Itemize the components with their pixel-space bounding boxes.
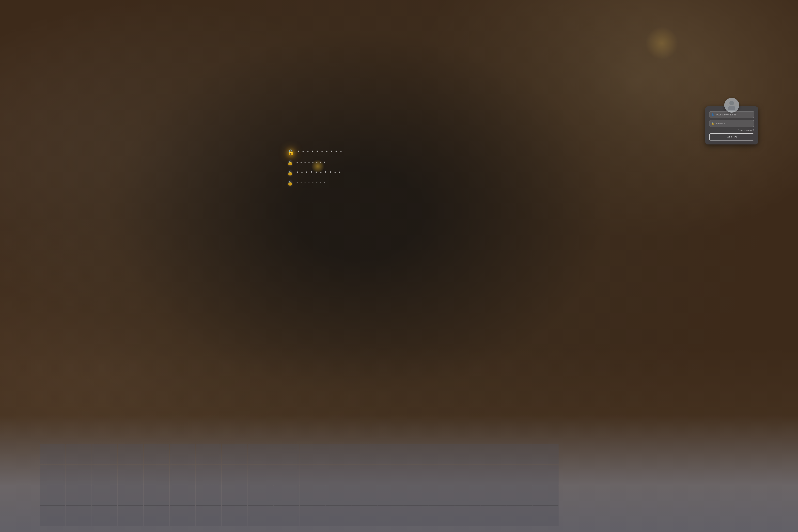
keyboard-key [170, 465, 195, 485]
keyboard-key [507, 465, 533, 485]
keyboard-key [222, 444, 247, 464]
keyboard-key [40, 485, 65, 506]
keyboard-key [455, 444, 481, 464]
keyboard-key [429, 506, 455, 526]
keyboard-key [351, 465, 377, 485]
keyboard-key [144, 444, 169, 464]
keyboard-key [507, 506, 533, 526]
keyboard-key [351, 485, 377, 506]
password-input-group: 🔒 [709, 120, 754, 127]
keyboard-key [533, 506, 558, 526]
keyboard-key [273, 444, 299, 464]
keyboard-key [533, 444, 558, 464]
password-dots-4: * * * * * * * * [296, 181, 326, 185]
lock-icon-3: 🔒 [287, 170, 293, 176]
keyboard-key [455, 485, 481, 506]
keyboard-key [481, 465, 507, 485]
floating-locks: 🔒 * * * * * * * * * * 🔒 * * * * * * * * … [287, 149, 343, 186]
keyboard-key [248, 444, 273, 464]
lock-row-1: 🔒 * * * * * * * * * * [287, 149, 343, 155]
password-dots-1: * * * * * * * * * * [298, 150, 343, 155]
keyboard-key [481, 485, 507, 506]
keyboard-key [403, 485, 429, 506]
keyboard-key [533, 465, 558, 485]
keyboard-key [92, 485, 117, 506]
keyboard-key [248, 465, 273, 485]
keyboard-key [40, 444, 65, 464]
keyboard-key [300, 444, 325, 464]
lock-row-3: 🔒 * * * * * * * * * * [287, 170, 343, 176]
keyboard-key [170, 444, 195, 464]
password-input[interactable] [709, 120, 754, 127]
keyboard-key [222, 485, 247, 506]
avatar-body [728, 106, 735, 110]
lock-icon-glowing: 🔒 [287, 149, 294, 155]
avatar-person [728, 101, 735, 110]
login-panel: 👤 🔒 Forgot password ? LOG IN [705, 107, 758, 145]
keyboard-key [325, 506, 351, 526]
keyboard-key [481, 444, 507, 464]
lock-icon-4: 🔒 [287, 180, 293, 186]
keyboard-key [248, 485, 273, 506]
user-icon: 👤 [711, 113, 714, 116]
keyboard-key [66, 465, 91, 485]
password-dots-2: * * * * * * * * [296, 160, 326, 165]
keyboard-key [403, 444, 429, 464]
keyboard-key [195, 485, 221, 506]
keyboard-key [429, 465, 455, 485]
keyboard-key [170, 506, 195, 526]
login-button[interactable]: LOG IN [709, 133, 754, 140]
keyboard-key [273, 485, 299, 506]
username-input-group: 👤 [709, 111, 754, 118]
lock-icon-2: 🔒 [287, 160, 293, 166]
password-dots-3: * * * * * * * * * * [296, 170, 342, 176]
lock-row-2: 🔒 * * * * * * * * [287, 160, 343, 166]
keyboard-key [170, 485, 195, 506]
keyboard-key [273, 506, 299, 526]
avatar-head [729, 101, 734, 106]
keyboard-keys [40, 444, 558, 526]
keyboard-key [300, 465, 325, 485]
keyboard-key [195, 506, 221, 526]
keyboard-key [92, 465, 117, 485]
keyboard-key [66, 444, 91, 464]
keyboard-key [377, 506, 403, 526]
keyboard-key [40, 465, 65, 485]
keyboard-key [118, 444, 143, 464]
keyboard-key [144, 485, 169, 506]
keyboard-key [118, 506, 143, 526]
keyboard-key [351, 506, 377, 526]
keyboard-key [325, 444, 351, 464]
keyboard-key [455, 465, 481, 485]
keyboard-key [507, 444, 533, 464]
keyboard-key [222, 506, 247, 526]
keyboard-key [92, 506, 117, 526]
keyboard-key [144, 465, 169, 485]
keyboard-key [40, 506, 65, 526]
keyboard-key [377, 444, 403, 464]
keyboard-key [455, 506, 481, 526]
username-input[interactable] [709, 111, 754, 118]
laptop-keyboard-area [0, 415, 798, 532]
lock-row-4: 🔒 * * * * * * * * [287, 180, 343, 186]
keyboard-key [325, 465, 351, 485]
keyboard-key [481, 506, 507, 526]
avatar-circle [724, 98, 739, 113]
keyboard-key [118, 485, 143, 506]
keyboard-key [403, 465, 429, 485]
keyboard-key [300, 506, 325, 526]
keyboard-key [325, 485, 351, 506]
forgot-password-link[interactable]: Forgot password ? [738, 129, 754, 131]
keyboard-key [429, 444, 455, 464]
keyboard-key [377, 465, 403, 485]
keyboard-key [66, 485, 91, 506]
keyboard-key [195, 444, 221, 464]
keyboard-key [144, 506, 169, 526]
keyboard-key [351, 444, 377, 464]
keyboard-key [403, 506, 429, 526]
keyboard-key [195, 465, 221, 485]
keyboard-key [273, 465, 299, 485]
keyboard-key [118, 465, 143, 485]
keyboard-key [533, 485, 558, 506]
keyboard-key [66, 506, 91, 526]
